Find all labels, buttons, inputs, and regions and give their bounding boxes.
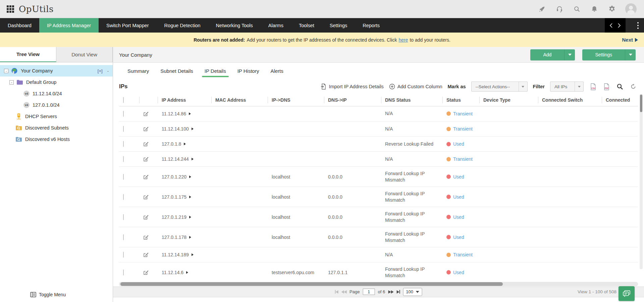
ip-address-value[interactable]: 127.0.1.220 — [162, 174, 186, 180]
page-number-input[interactable] — [363, 289, 375, 295]
table-search-icon[interactable] — [616, 83, 624, 91]
row-expand-arrow-icon[interactable] — [189, 236, 191, 239]
status-link[interactable]: Used — [453, 235, 464, 240]
edit-icon[interactable] — [143, 214, 149, 220]
row-expand-arrow-icon[interactable] — [184, 143, 186, 145]
nav-item-alarms[interactable]: Alarms — [261, 18, 291, 33]
row-checkbox[interactable] — [123, 156, 124, 162]
row-expand-arrow-icon[interactable] — [189, 216, 191, 218]
export-csv-icon[interactable]: CSV — [589, 83, 597, 91]
row-checkbox[interactable] — [123, 141, 124, 147]
headset-icon[interactable] — [555, 5, 564, 13]
export-pdf-icon[interactable]: PDF — [602, 83, 610, 91]
ip-address-value[interactable]: 127.0.1.8 — [162, 141, 181, 147]
toggle-menu-button[interactable]: Toggle Menu — [30, 292, 66, 297]
add-button[interactable]: Add — [530, 49, 575, 60]
row-checkbox[interactable] — [123, 234, 124, 240]
header-device-type[interactable]: Device Type — [479, 94, 538, 106]
ip-address-value[interactable]: 127.0.1.175 — [162, 194, 186, 200]
header-ip-address[interactable]: IP Address — [158, 94, 211, 106]
filter-dropdown[interactable]: All IPs — [550, 82, 584, 92]
next-page-button[interactable] — [388, 290, 393, 294]
edit-icon[interactable] — [143, 141, 149, 147]
tab-ip-history[interactable]: IP History — [237, 63, 259, 79]
horizontal-scrollbar[interactable] — [119, 282, 638, 286]
tab-donut-view[interactable]: Donut View — [56, 47, 113, 62]
row-expand-arrow-icon[interactable] — [192, 253, 194, 256]
tab-subnet-details[interactable]: Subnet Details — [160, 63, 193, 79]
edit-icon[interactable] — [143, 126, 149, 132]
refresh-icon[interactable] — [629, 83, 637, 91]
row-expand-arrow-icon[interactable] — [192, 158, 194, 160]
tab-summary[interactable]: Summary — [127, 63, 149, 79]
row-checkbox[interactable] — [123, 214, 124, 220]
edit-icon[interactable] — [143, 194, 149, 200]
header-dns-to-ip[interactable]: DNS->IP — [324, 94, 381, 106]
ip-address-value[interactable]: 127.0.1.219 — [162, 214, 186, 220]
select-all-checkbox[interactable] — [123, 97, 124, 103]
first-page-button[interactable] — [335, 290, 338, 294]
chevron-right-icon[interactable] — [618, 23, 621, 28]
tree-item-subnet-127-0-1[interactable]: v4 127.0.1.0/24 — [0, 99, 113, 111]
row-checkbox[interactable] — [123, 126, 124, 132]
nav-item-dashboard[interactable]: Dashboard — [0, 18, 39, 33]
tree-item-subnet-11-12-14[interactable]: v4 11.12.14.0/24 — [0, 88, 113, 99]
user-avatar[interactable] — [625, 3, 637, 15]
nav-item-toolset[interactable]: Toolset — [291, 18, 322, 33]
ip-address-value[interactable]: 11.12.14.6 — [162, 270, 183, 275]
status-link[interactable]: Transient — [453, 252, 473, 257]
edit-icon[interactable] — [143, 235, 149, 240]
header-mac-address[interactable]: MAC Address — [211, 94, 268, 106]
ip-address-value[interactable]: 127.0.1.178 — [162, 235, 186, 240]
search-icon[interactable] — [573, 5, 581, 13]
horizontal-scrollbar-thumb[interactable] — [120, 282, 503, 286]
tree-item-discovered-v6-hosts[interactable]: Discovered v6 Hosts — [0, 134, 113, 145]
tree-item-dhcp-servers[interactable]: DHCP Servers — [0, 111, 113, 122]
nav-item-ip-address-manager[interactable]: IP Address Manager — [39, 18, 99, 33]
status-link[interactable]: Used — [453, 174, 464, 180]
ip-address-value[interactable]: 11.12.14.244 — [162, 156, 189, 162]
gear-icon[interactable] — [608, 5, 616, 13]
status-link[interactable]: Used — [453, 270, 464, 275]
nav-item-switch-port-mapper[interactable]: Switch Port Mapper — [99, 18, 157, 33]
previous-page-button[interactable] — [341, 290, 346, 294]
tab-tree-view[interactable]: Tree View — [0, 47, 56, 62]
apps-grid-icon[interactable] — [7, 5, 14, 13]
chevron-left-icon[interactable] — [609, 23, 613, 28]
tree-item-discovered-subnets[interactable]: Discovered Subnets — [0, 122, 113, 134]
import-ip-details-button[interactable]: Import IP Address Details — [321, 84, 383, 90]
bell-icon[interactable] — [590, 5, 598, 13]
add-custom-column-button[interactable]: Add Custom Column — [389, 84, 442, 90]
chat-support-button[interactable] — [619, 286, 635, 301]
settings-dropdown-arrow-icon[interactable] — [625, 49, 636, 60]
nav-item-settings[interactable]: Settings — [322, 18, 355, 33]
status-link[interactable]: Used — [453, 214, 464, 220]
edit-icon[interactable] — [143, 252, 149, 257]
header-connected-switch[interactable]: Connected Switch — [538, 94, 602, 106]
rocket-icon[interactable] — [538, 5, 546, 13]
edit-icon[interactable] — [143, 156, 149, 162]
row-checkbox[interactable] — [123, 111, 124, 117]
row-expand-arrow-icon[interactable] — [189, 196, 191, 198]
vertical-scrollbar-thumb[interactable] — [640, 95, 642, 112]
row-checkbox[interactable] — [123, 174, 124, 180]
tree-item-default-group[interactable]: - Default Group — [0, 77, 113, 88]
banner-here-link[interactable]: here — [398, 37, 408, 43]
nav-item-rogue-detection[interactable]: Rogue Detection — [157, 18, 208, 33]
ip-address-value[interactable]: 11.12.14.86 — [162, 111, 186, 116]
banner-next-button[interactable]: Next — [622, 37, 638, 43]
status-link[interactable]: Used — [453, 141, 464, 147]
status-link[interactable]: Used — [453, 194, 464, 200]
add-subnet-action[interactable]: [+] — [98, 68, 103, 73]
tab-alerts[interactable]: Alerts — [270, 63, 283, 79]
header-dns-status[interactable]: DNS Status — [381, 94, 442, 106]
status-link[interactable]: Transient — [453, 111, 473, 116]
row-checkbox[interactable] — [123, 252, 124, 258]
header-connected[interactable]: Connected — [602, 94, 638, 106]
last-page-button[interactable] — [396, 290, 400, 294]
edit-icon[interactable] — [143, 111, 149, 116]
nav-item-networking-tools[interactable]: Networking Tools — [208, 18, 261, 33]
status-link[interactable]: Transient — [453, 126, 473, 132]
edit-icon[interactable] — [143, 174, 149, 180]
tree-item-your-company[interactable]: - Your Company [+] - — [0, 65, 113, 77]
